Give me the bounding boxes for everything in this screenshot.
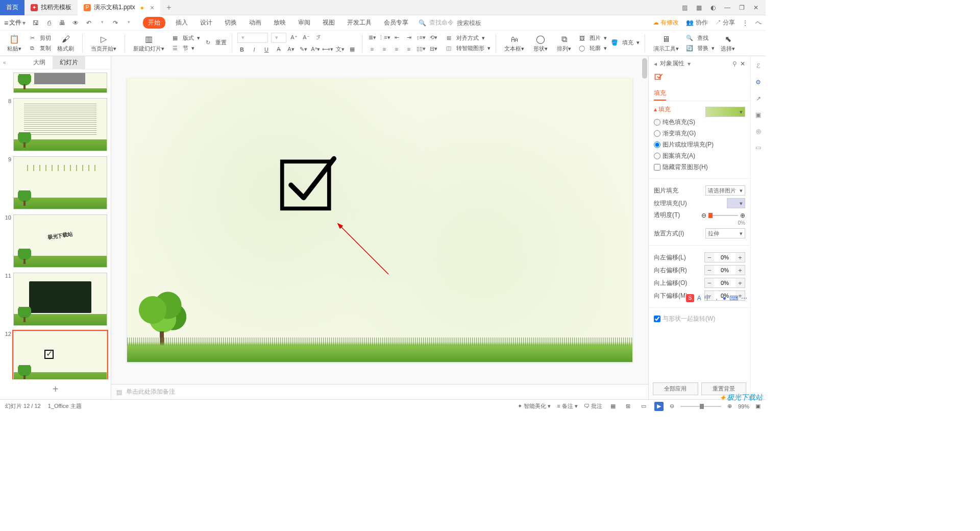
clear-format-icon[interactable]: ℱ	[314, 33, 323, 42]
textbox-button[interactable]: 🗛文本框▾	[501, 34, 527, 53]
tab-design[interactable]: 设计	[198, 17, 214, 29]
numbering-icon[interactable]: ⋮≡▾	[380, 33, 389, 42]
fill-icon[interactable]: 🪣	[610, 38, 619, 47]
current-slide[interactable]	[127, 78, 632, 362]
fill-preview[interactable]: ▾	[705, 107, 745, 117]
tab-start[interactable]: 开始	[143, 17, 165, 29]
more-icon[interactable]: ▾	[125, 19, 133, 27]
reset-icon[interactable]: ↻	[203, 38, 212, 47]
file-menu[interactable]: 文件	[9, 18, 21, 27]
command-search[interactable]: 🔍 查找命令	[419, 18, 498, 27]
ime-keyboard-icon[interactable]: ⌨	[729, 295, 738, 302]
offset-left-spinner[interactable]: −+	[704, 252, 745, 262]
texture-fill-select[interactable]: ▾	[727, 198, 745, 208]
font-family-select[interactable]: ▾	[237, 33, 268, 43]
picture-fill-radio[interactable]: 图片或纹理填充(P)	[654, 140, 714, 149]
rotate-with-shape-checkbox[interactable]: 与形状一起旋转(W)	[654, 315, 715, 323]
close-window-icon[interactable]: ✕	[751, 3, 761, 12]
decrease-font-icon[interactable]: A⁻	[302, 33, 311, 42]
change-case-icon[interactable]: 文▾	[335, 45, 345, 54]
tab-view[interactable]: 视图	[321, 17, 337, 29]
align-menu-icon[interactable]: ⊞	[444, 34, 453, 43]
zoom-value[interactable]: 99%	[738, 403, 749, 409]
tab-close-icon[interactable]: ×	[150, 4, 154, 12]
tab-new[interactable]: +	[160, 0, 177, 15]
more-actions-icon[interactable]: ⋮	[742, 19, 748, 27]
fit-view-icon[interactable]: ▣	[755, 403, 761, 409]
align-right-icon[interactable]: ≡	[392, 44, 401, 54]
tab-member[interactable]: 会员专享	[382, 17, 410, 29]
picture-fill-select[interactable]: 请选择图片▾	[705, 185, 745, 196]
slides-tab[interactable]: 幻灯片	[53, 56, 85, 69]
settings-tool-icon[interactable]: ⚙	[754, 78, 763, 87]
print-icon[interactable]: 🖶	[58, 19, 66, 27]
arrange-button[interactable]: ⧉排列▾	[554, 34, 574, 53]
columns-icon[interactable]: ▯▯▾	[416, 44, 426, 54]
apply-all-button[interactable]: 全部应用	[653, 382, 698, 395]
tab-home[interactable]: 首页	[0, 0, 24, 15]
undo-icon[interactable]: ↶	[85, 19, 93, 27]
tab-developer[interactable]: 开发工具	[345, 17, 374, 29]
sorter-view-icon[interactable]: ⊞	[624, 402, 633, 411]
style-tool-icon[interactable]: ℰ	[754, 61, 763, 70]
font-size-select[interactable]: ▾	[271, 33, 286, 43]
tab-review[interactable]: 审阅	[296, 17, 312, 29]
help-tool-icon[interactable]: ▭	[754, 143, 763, 152]
template-search-input[interactable]	[457, 19, 498, 27]
section-icon[interactable]: ☰	[170, 44, 180, 53]
shape-button[interactable]: ◯形状▾	[530, 34, 551, 53]
canvas-scrollbar[interactable]	[642, 58, 647, 79]
picture-icon[interactable]: 🖼	[577, 34, 586, 43]
maximize-icon[interactable]: ❐	[737, 3, 746, 12]
outline-icon[interactable]: ◯	[577, 44, 586, 53]
goto-tool-icon[interactable]: ↗	[754, 94, 763, 103]
offset-right-spinner[interactable]: −+	[704, 265, 745, 275]
tab-transition[interactable]: 切换	[223, 17, 239, 29]
slideshow-view-icon[interactable]: ▶	[654, 402, 664, 411]
normal-view-icon[interactable]: ▦	[608, 402, 618, 411]
indent-inc-icon[interactable]: ⇥	[404, 33, 413, 42]
redo-icon[interactable]: ↷	[111, 19, 119, 27]
tab-templates[interactable]: ✦ 找稻壳模板	[24, 0, 78, 15]
ime-voice-icon[interactable]: ●	[723, 295, 726, 302]
opacity-slider[interactable]: ⊖⊕	[701, 212, 746, 219]
pin-icon[interactable]: ⚲	[732, 60, 737, 67]
ime-lang[interactable]: A	[697, 295, 701, 302]
italic-icon[interactable]: I	[250, 45, 259, 54]
offset-top-spinner[interactable]: −+	[704, 278, 745, 288]
indent-dec-icon[interactable]: ⇤	[392, 33, 401, 42]
notes-toggle[interactable]: ≡ 备注 ▾	[557, 402, 578, 410]
user-icon[interactable]: ◐	[708, 3, 718, 12]
tab-animation[interactable]: 动画	[247, 17, 263, 29]
resource-tool-icon[interactable]: ▣	[754, 110, 763, 119]
ime-mode[interactable]: 中	[704, 294, 710, 302]
ime-toolbar[interactable]: S A 中 ， ● ⌨ ⋯	[686, 294, 747, 302]
notes-pane[interactable]: ▤ 单击此处添加备注	[111, 384, 648, 399]
text-direction-icon[interactable]: ⟲▾	[429, 33, 438, 42]
copy-icon[interactable]: ⧉	[28, 44, 37, 53]
smart-art-icon[interactable]: ◫	[444, 44, 453, 53]
bold-icon[interactable]: B	[237, 45, 247, 54]
ime-punct[interactable]: ，	[714, 294, 720, 302]
layout-icon[interactable]: ▦	[170, 34, 180, 43]
increase-font-icon[interactable]: A⁺	[289, 33, 299, 42]
strike-icon[interactable]: A̶	[274, 45, 283, 54]
hide-bg-checkbox[interactable]: 隐藏背景图形(H)	[654, 163, 708, 172]
slide-thumb-8[interactable]	[13, 98, 107, 151]
solid-fill-radio[interactable]: 纯色填充(S)	[654, 118, 695, 127]
save-icon[interactable]: 🖫	[32, 19, 40, 27]
theme-tool-icon[interactable]: ◎	[754, 127, 763, 136]
tab-insert[interactable]: 插入	[174, 17, 190, 29]
format-painter-button[interactable]: 🖌格式刷	[54, 34, 77, 53]
preview-icon[interactable]: 👁	[71, 19, 80, 27]
new-slide-button[interactable]: ▥新建幻灯片▾	[130, 34, 167, 53]
checkbox-shape[interactable]	[280, 160, 334, 214]
thumbnail-list[interactable]: 8 9 10极光下载站 11 12	[0, 69, 111, 379]
bullets-icon[interactable]: ≣▾	[368, 33, 377, 42]
slide-thumb-10[interactable]: 极光下载站	[13, 214, 107, 268]
start-slideshow-button[interactable]: ▷当页开始▾	[88, 34, 119, 53]
zoom-out-icon[interactable]: ⊖	[670, 403, 674, 409]
reading-view-icon[interactable]: ▭	[639, 402, 648, 411]
slide-thumb-12[interactable]	[13, 331, 107, 379]
collapse-panel-icon[interactable]: «	[3, 60, 6, 65]
